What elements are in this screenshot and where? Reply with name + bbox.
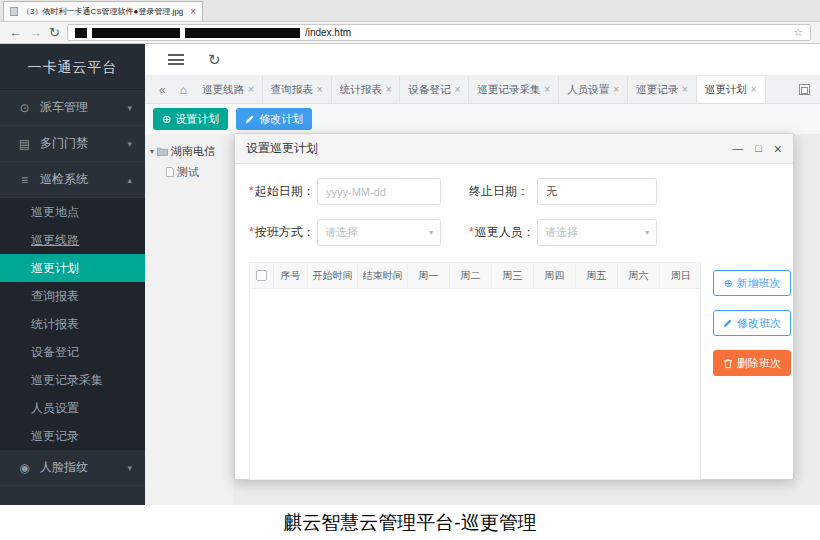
end-date-input[interactable] — [537, 178, 657, 205]
tab-active[interactable]: 巡更计划 × — [697, 76, 766, 103]
sidebar-item-patrol-plan[interactable]: 巡更计划 — [0, 254, 145, 282]
chevron-down-icon: ▾ — [127, 139, 132, 149]
tree-node-root[interactable]: ▾ 湖南电信 — [145, 134, 233, 159]
door-icon: ▤ — [17, 137, 32, 151]
patrol-person-label: *巡更人员： — [469, 224, 537, 241]
header-cell: 结束时间 — [358, 263, 408, 288]
close-icon[interactable]: × — [248, 85, 254, 95]
minimize-icon[interactable]: — — [732, 143, 743, 154]
maximize-icon[interactable]: □ — [755, 143, 762, 154]
tab-label: 统计报表 — [340, 83, 382, 97]
set-plan-button[interactable]: ⊕ 设置计划 — [153, 108, 228, 130]
refresh-icon[interactable]: ↻ — [49, 26, 60, 39]
favicon-icon — [10, 7, 18, 16]
close-icon[interactable]: × — [613, 85, 619, 95]
tree-node-child[interactable]: 测试 — [145, 159, 233, 180]
org-tree-panel: ▾ 湖南电信 测试 — [145, 134, 233, 505]
sidebar-group-label: 多门门禁 — [40, 135, 88, 152]
sidebar-group-patrol[interactable]: ≡ 巡检系统 ▴ — [0, 162, 145, 198]
close-icon[interactable]: × — [544, 85, 550, 95]
header-cell: 周五 — [576, 263, 618, 288]
tab[interactable]: 查询报表 × — [263, 76, 332, 103]
required-mark: * — [249, 184, 254, 198]
tab-label: 设备登记 — [408, 83, 450, 97]
close-icon[interactable]: × — [774, 142, 782, 156]
start-date-label: *起始日期： — [249, 183, 317, 200]
set-plan-label: 设置计划 — [175, 112, 219, 127]
screen: （3）依时利一卡通CS管理软件●登录管理.jpg × ← → ↻ /index.… — [0, 0, 820, 540]
url-bar[interactable]: /index.htm ☆ — [67, 24, 811, 41]
sidebar-item-patrol-point[interactable]: 巡更地点 — [0, 198, 145, 226]
folder-icon — [157, 146, 168, 158]
start-date-input[interactable] — [317, 178, 441, 205]
sidebar-group-label: 巡检系统 — [40, 171, 88, 188]
shift-mode-select[interactable]: 请选择 ▾ — [317, 219, 441, 246]
tab[interactable]: 巡更记录 × — [628, 76, 697, 103]
close-icon[interactable]: × — [190, 7, 196, 17]
tab[interactable]: 设备登记 × — [400, 76, 469, 103]
home-icon[interactable]: ⌂ — [180, 84, 187, 96]
browser-tab[interactable]: （3）依时利一卡通CS管理软件●登录管理.jpg × — [3, 1, 203, 21]
tab[interactable]: 巡更线路 × — [194, 76, 263, 103]
sidebar-item-stats-report[interactable]: 统计报表 — [0, 310, 145, 338]
tab[interactable]: 巡更记录采集 × — [469, 76, 559, 103]
sidebar-group-vehicle[interactable]: ⊙ 派车管理 ▾ — [0, 90, 145, 126]
sidebar-item-record-collect[interactable]: 巡更记录采集 — [0, 366, 145, 394]
tree-node-label: 测试 — [177, 165, 199, 180]
browser-tab-title: （3）依时利一卡通CS管理软件●登录管理.jpg — [22, 6, 183, 17]
edit-plan-button[interactable]: 修改计划 — [236, 108, 312, 130]
address-bar: ← → ↻ /index.htm ☆ — [0, 22, 820, 44]
close-icon[interactable]: × — [682, 85, 688, 95]
url-redaction — [92, 28, 180, 38]
sidebar-group-door[interactable]: ▤ 多门门禁 ▾ — [0, 126, 145, 162]
action-bar: ⊕ 设置计划 修改计划 — [145, 104, 820, 134]
shift-table-header: 序号 开始时间 结束时间 周一 周二 周三 周四 周五 周六 周日 — [250, 263, 700, 289]
tab[interactable]: 人员设置 × — [559, 76, 628, 103]
sidebar-item-patrol-route[interactable]: 巡更线路 — [0, 226, 145, 254]
app-title: 一卡通云平台 — [0, 44, 145, 90]
add-icon: ⊕ — [162, 114, 171, 125]
modal-controls: — □ × — [732, 142, 782, 156]
edit-plan-label: 修改计划 — [259, 112, 303, 127]
shift-mode-value: 请选择 — [325, 225, 358, 240]
sidebar-item-device-register[interactable]: 设备登记 — [0, 338, 145, 366]
main-topbar: ↻ — [145, 44, 820, 76]
page-refresh-icon[interactable]: ↻ — [208, 52, 221, 67]
collapse-tabs-icon[interactable]: « — [159, 84, 166, 96]
patrol-person-value: 请选择 — [545, 225, 578, 240]
tab-label: 查询报表 — [271, 83, 313, 97]
tree-expand-icon[interactable]: ▾ — [150, 147, 154, 156]
add-shift-label: 新增班次 — [737, 276, 781, 291]
url-redaction — [185, 28, 300, 38]
header-cell: 周二 — [450, 263, 492, 288]
select-all-checkbox[interactable] — [256, 270, 267, 281]
forward-icon[interactable]: → — [29, 26, 42, 39]
close-icon[interactable]: × — [751, 85, 757, 95]
tab-label: 巡更记录采集 — [477, 83, 540, 97]
sidebar-item-person-setting[interactable]: 人员设置 — [0, 394, 145, 422]
bookmark-star-icon[interactable]: ☆ — [793, 26, 803, 39]
shift-table-zone: 序号 开始时间 结束时间 周一 周二 周三 周四 周五 周六 周日 ⊕ 新增班次 — [249, 262, 779, 480]
back-icon[interactable]: ← — [9, 26, 22, 39]
workspace-tabbar: « ⌂ 巡更线路 × 查询报表 × 统计报表 × 设备登记 × 巡更记录采集 ×… — [145, 76, 820, 104]
close-icon[interactable]: × — [454, 85, 460, 95]
tab-overflow-icon[interactable] — [799, 84, 810, 95]
chevron-up-icon: ▴ — [127, 175, 132, 185]
shift-row: *按班方式： 请选择 ▾ *巡更人员： 请选择 ▾ — [249, 219, 793, 246]
header-cell: 周六 — [618, 263, 660, 288]
close-icon[interactable]: × — [386, 85, 392, 95]
header-cell: 开始时间 — [308, 263, 358, 288]
modal-titlebar[interactable]: 设置巡更计划 — □ × — [235, 134, 793, 164]
add-shift-button[interactable]: ⊕ 新增班次 — [713, 270, 791, 296]
sidebar-item-query-report[interactable]: 查询报表 — [0, 282, 145, 310]
patrol-person-select[interactable]: 请选择 ▾ — [537, 219, 657, 246]
sidebar-item-patrol-record[interactable]: 巡更记录 — [0, 422, 145, 450]
shift-table-body — [250, 289, 700, 479]
close-icon[interactable]: × — [317, 85, 323, 95]
edit-shift-button[interactable]: 修改班次 — [713, 310, 791, 336]
delete-shift-button[interactable]: 删除班次 — [713, 350, 791, 376]
set-patrol-plan-modal: 设置巡更计划 — □ × *起始日期： 终止日期： *按班方式： 请选择 ▾ *… — [234, 133, 794, 480]
menu-icon[interactable] — [168, 54, 184, 65]
tab[interactable]: 统计报表 × — [332, 76, 401, 103]
sidebar-group-face[interactable]: ◉ 人脸指纹 ▾ — [0, 450, 145, 486]
